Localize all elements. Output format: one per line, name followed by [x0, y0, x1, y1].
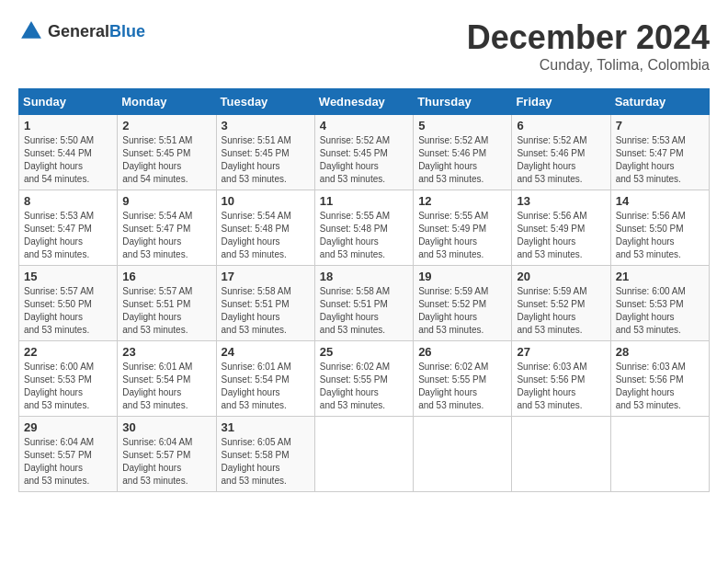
title-area: December 2024 Cunday, Tolima, Colombia	[467, 18, 710, 74]
day-detail: Sunrise: 5:57 AMSunset: 5:50 PMDaylight …	[24, 285, 112, 337]
day-number: 11	[320, 194, 408, 208]
calendar-cell: 12Sunrise: 5:55 AMSunset: 5:49 PMDayligh…	[414, 190, 512, 266]
day-number: 16	[122, 270, 210, 283]
calendar-cell	[512, 417, 610, 492]
day-detail: Sunrise: 5:52 AMSunset: 5:45 PMDaylight …	[320, 134, 408, 186]
day-detail: Sunrise: 6:01 AMSunset: 5:54 PMDaylight …	[222, 361, 310, 412]
logo: GeneralBlue	[18, 18, 145, 44]
calendar-subtitle: Cunday, Tolima, Colombia	[467, 57, 710, 74]
calendar-cell: 25Sunrise: 6:02 AMSunset: 5:55 PMDayligh…	[314, 341, 413, 417]
weekday-header-tuesday: Tuesday	[216, 89, 314, 115]
calendar-cell: 20Sunrise: 5:59 AMSunset: 5:52 PMDayligh…	[512, 266, 610, 341]
calendar-cell: 27Sunrise: 6:03 AMSunset: 5:56 PMDayligh…	[512, 341, 610, 417]
day-number: 6	[517, 119, 605, 132]
calendar-week-2: 8Sunrise: 5:53 AMSunset: 5:47 PMDaylight…	[19, 190, 710, 266]
weekday-header-friday: Friday	[512, 89, 610, 115]
day-detail: Sunrise: 6:00 AMSunset: 5:53 PMDaylight …	[616, 285, 704, 337]
day-detail: Sunrise: 6:01 AMSunset: 5:54 PMDaylight …	[122, 361, 210, 412]
day-number: 9	[122, 194, 210, 208]
day-number: 10	[222, 194, 310, 208]
logo-icon	[18, 18, 44, 44]
day-detail: Sunrise: 5:57 AMSunset: 5:51 PMDaylight …	[122, 285, 210, 337]
day-detail: Sunrise: 5:51 AMSunset: 5:45 PMDaylight …	[122, 134, 210, 186]
day-number: 26	[418, 345, 506, 359]
day-detail: Sunrise: 6:03 AMSunset: 5:56 PMDaylight …	[616, 361, 704, 412]
day-number: 17	[222, 270, 310, 283]
day-detail: Sunrise: 6:04 AMSunset: 5:57 PMDaylight …	[24, 436, 112, 488]
day-detail: Sunrise: 5:58 AMSunset: 5:51 PMDaylight …	[320, 285, 408, 337]
day-detail: Sunrise: 5:54 AMSunset: 5:48 PMDaylight …	[222, 210, 310, 261]
day-detail: Sunrise: 6:02 AMSunset: 5:55 PMDaylight …	[418, 361, 506, 412]
calendar-cell: 8Sunrise: 5:53 AMSunset: 5:47 PMDaylight…	[19, 190, 118, 266]
day-detail: Sunrise: 5:53 AMSunset: 5:47 PMDaylight …	[24, 210, 112, 261]
calendar-cell: 28Sunrise: 6:03 AMSunset: 5:56 PMDayligh…	[610, 341, 709, 417]
calendar-cell: 7Sunrise: 5:53 AMSunset: 5:47 PMDaylight…	[610, 115, 709, 190]
calendar-week-3: 15Sunrise: 5:57 AMSunset: 5:50 PMDayligh…	[19, 266, 710, 341]
calendar-cell: 19Sunrise: 5:59 AMSunset: 5:52 PMDayligh…	[414, 266, 512, 341]
day-number: 24	[222, 345, 310, 359]
calendar-cell: 1Sunrise: 5:50 AMSunset: 5:44 PMDaylight…	[19, 115, 118, 190]
calendar-cell: 9Sunrise: 5:54 AMSunset: 5:47 PMDaylight…	[118, 190, 216, 266]
day-detail: Sunrise: 6:03 AMSunset: 5:56 PMDaylight …	[517, 361, 605, 412]
day-detail: Sunrise: 5:55 AMSunset: 5:49 PMDaylight …	[418, 210, 506, 261]
day-number: 4	[320, 119, 408, 132]
weekday-header-saturday: Saturday	[610, 89, 709, 115]
day-number: 22	[24, 345, 112, 359]
svg-marker-0	[21, 21, 41, 39]
weekday-header-sunday: Sunday	[19, 89, 118, 115]
day-number: 13	[517, 194, 605, 208]
weekday-header-wednesday: Wednesday	[314, 89, 413, 115]
calendar-week-5: 29Sunrise: 6:04 AMSunset: 5:57 PMDayligh…	[19, 417, 710, 492]
header: GeneralBlue December 2024 Cunday, Tolima…	[18, 18, 710, 74]
day-number: 1	[24, 119, 112, 132]
calendar-cell: 6Sunrise: 5:52 AMSunset: 5:46 PMDaylight…	[512, 115, 610, 190]
day-detail: Sunrise: 6:04 AMSunset: 5:57 PMDaylight …	[122, 436, 210, 488]
day-number: 29	[24, 420, 112, 434]
weekday-header-row: SundayMondayTuesdayWednesdayThursdayFrid…	[19, 89, 710, 115]
day-number: 25	[320, 345, 408, 359]
calendar-cell: 23Sunrise: 6:01 AMSunset: 5:54 PMDayligh…	[118, 341, 216, 417]
day-number: 23	[122, 345, 210, 359]
day-detail: Sunrise: 5:55 AMSunset: 5:48 PMDaylight …	[320, 210, 408, 261]
day-detail: Sunrise: 5:53 AMSunset: 5:47 PMDaylight …	[616, 134, 704, 186]
logo-text-blue: Blue	[109, 22, 145, 40]
calendar-cell: 15Sunrise: 5:57 AMSunset: 5:50 PMDayligh…	[19, 266, 118, 341]
day-detail: Sunrise: 6:00 AMSunset: 5:53 PMDaylight …	[24, 361, 112, 412]
calendar-title: December 2024	[467, 18, 710, 57]
calendar-cell: 2Sunrise: 5:51 AMSunset: 5:45 PMDaylight…	[118, 115, 216, 190]
day-number: 15	[24, 270, 112, 283]
day-number: 28	[616, 345, 704, 359]
calendar-week-1: 1Sunrise: 5:50 AMSunset: 5:44 PMDaylight…	[19, 115, 710, 190]
calendar-cell: 13Sunrise: 5:56 AMSunset: 5:49 PMDayligh…	[512, 190, 610, 266]
day-detail: Sunrise: 5:59 AMSunset: 5:52 PMDaylight …	[517, 285, 605, 337]
day-detail: Sunrise: 5:56 AMSunset: 5:49 PMDaylight …	[517, 210, 605, 261]
calendar-cell: 21Sunrise: 6:00 AMSunset: 5:53 PMDayligh…	[610, 266, 709, 341]
weekday-header-thursday: Thursday	[414, 89, 512, 115]
calendar-week-4: 22Sunrise: 6:00 AMSunset: 5:53 PMDayligh…	[19, 341, 710, 417]
calendar-cell: 17Sunrise: 5:58 AMSunset: 5:51 PMDayligh…	[216, 266, 314, 341]
day-detail: Sunrise: 5:59 AMSunset: 5:52 PMDaylight …	[418, 285, 506, 337]
day-number: 31	[222, 420, 310, 434]
day-detail: Sunrise: 5:54 AMSunset: 5:47 PMDaylight …	[122, 210, 210, 261]
day-detail: Sunrise: 6:05 AMSunset: 5:58 PMDaylight …	[222, 436, 310, 488]
calendar-cell: 4Sunrise: 5:52 AMSunset: 5:45 PMDaylight…	[314, 115, 413, 190]
day-number: 30	[122, 420, 210, 434]
day-number: 7	[616, 119, 704, 132]
calendar-cell: 22Sunrise: 6:00 AMSunset: 5:53 PMDayligh…	[19, 341, 118, 417]
calendar-cell: 5Sunrise: 5:52 AMSunset: 5:46 PMDaylight…	[414, 115, 512, 190]
calendar-cell: 11Sunrise: 5:55 AMSunset: 5:48 PMDayligh…	[314, 190, 413, 266]
calendar-cell: 29Sunrise: 6:04 AMSunset: 5:57 PMDayligh…	[19, 417, 118, 492]
calendar-table: SundayMondayTuesdayWednesdayThursdayFrid…	[18, 88, 710, 492]
calendar-cell: 16Sunrise: 5:57 AMSunset: 5:51 PMDayligh…	[118, 266, 216, 341]
day-number: 20	[517, 270, 605, 283]
day-number: 8	[24, 194, 112, 208]
calendar-cell: 26Sunrise: 6:02 AMSunset: 5:55 PMDayligh…	[414, 341, 512, 417]
logo-text-general: General	[48, 22, 109, 40]
day-detail: Sunrise: 5:51 AMSunset: 5:45 PMDaylight …	[222, 134, 310, 186]
day-detail: Sunrise: 6:02 AMSunset: 5:55 PMDaylight …	[320, 361, 408, 412]
day-number: 27	[517, 345, 605, 359]
calendar-cell: 14Sunrise: 5:56 AMSunset: 5:50 PMDayligh…	[610, 190, 709, 266]
day-number: 18	[320, 270, 408, 283]
calendar-cell	[610, 417, 709, 492]
day-number: 2	[122, 119, 210, 132]
